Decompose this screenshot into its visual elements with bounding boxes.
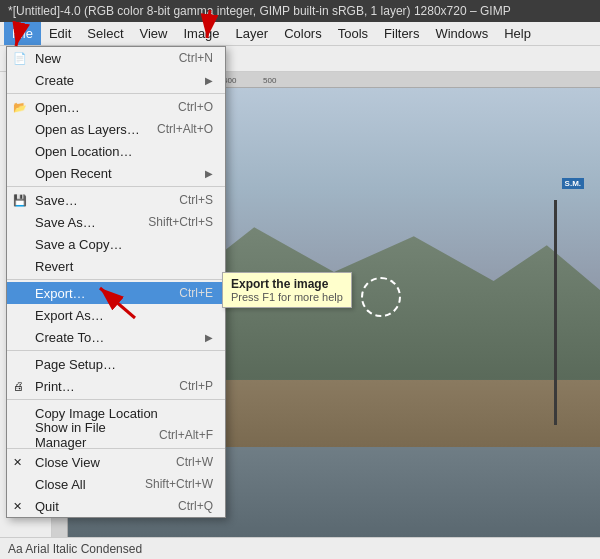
menu-item-quit[interactable]: ✕ Quit Ctrl+Q [7,495,225,517]
separator-1 [7,93,225,94]
menu-item-save-shortcut: Ctrl+S [179,193,213,207]
menu-filters[interactable]: Filters [376,22,427,45]
menu-item-print-shortcut: Ctrl+P [179,379,213,393]
menu-item-save-copy-label: Save a Copy… [35,237,122,252]
save-icon: 💾 [13,194,27,207]
separator-2 [7,186,225,187]
menu-item-page-setup-label: Page Setup… [35,357,116,372]
menu-tools[interactable]: Tools [330,22,376,45]
menu-item-revert-label: Revert [35,259,73,274]
create-arrow: ▶ [205,75,213,86]
menu-item-save-copy[interactable]: Save a Copy… [7,233,225,255]
menu-item-show-file-manager-label: Show in File Manager [35,420,149,450]
menu-item-open-recent-label: Open Recent [35,166,112,181]
menu-item-create-to[interactable]: Create To… ▶ [7,326,225,348]
open-recent-arrow: ▶ [205,168,213,179]
menu-view[interactable]: View [132,22,176,45]
menu-item-quit-shortcut: Ctrl+Q [178,499,213,513]
menu-item-close-view-label: Close View [35,455,100,470]
separator-3 [7,279,225,280]
menu-item-open-layers[interactable]: Open as Layers… Ctrl+Alt+O [7,118,225,140]
menu-item-page-setup[interactable]: Page Setup… [7,353,225,375]
file-dropdown-menu: 📄 New Ctrl+N Create ▶ 📂 Open… Ctrl+O Ope… [6,46,226,518]
menu-colors[interactable]: Colors [276,22,330,45]
menu-item-close-view[interactable]: ✕ Close View Ctrl+W [7,451,225,473]
separator-5 [7,399,225,400]
menu-item-open[interactable]: 📂 Open… Ctrl+O [7,96,225,118]
menu-item-open-layers-shortcut: Ctrl+Alt+O [157,122,213,136]
menu-item-open-location[interactable]: Open Location… [7,140,225,162]
menu-item-print[interactable]: 🖨 Print… Ctrl+P [7,375,225,397]
menu-item-close-all-label: Close All [35,477,86,492]
menu-windows[interactable]: Windows [427,22,496,45]
menu-item-revert[interactable]: Revert [7,255,225,277]
menu-item-close-view-shortcut: Ctrl+W [176,455,213,469]
menu-item-save-as-shortcut: Shift+Ctrl+S [148,215,213,229]
status-bar: Aa Arial Italic Condensed [0,537,600,559]
quit-icon: ✕ [13,500,22,513]
menu-item-open-recent[interactable]: Open Recent ▶ [7,162,225,184]
menu-item-export-label: Export… [35,286,86,301]
menu-item-open-shortcut: Ctrl+O [178,100,213,114]
new-icon: 📄 [13,52,27,65]
menu-item-show-file-manager-shortcut: Ctrl+Alt+F [159,428,213,442]
menu-item-create-to-label: Create To… [35,330,104,345]
print-icon: 🖨 [13,380,24,392]
menu-bar: File Edit Select View Image Layer Colors… [0,22,600,46]
menu-item-save[interactable]: 💾 Save… Ctrl+S [7,189,225,211]
menu-help[interactable]: Help [496,22,539,45]
menu-layer[interactable]: Layer [228,22,277,45]
menu-item-export[interactable]: Export… Ctrl+E [7,282,225,304]
menu-item-new-shortcut: Ctrl+N [179,51,213,65]
menu-item-new[interactable]: 📄 New Ctrl+N [7,47,225,69]
menu-item-export-shortcut: Ctrl+E [179,286,213,300]
menu-item-copy-location-label: Copy Image Location [35,406,158,421]
separator-4 [7,350,225,351]
menu-edit[interactable]: Edit [41,22,79,45]
menu-file[interactable]: File [4,22,41,45]
menu-item-print-label: Print… [35,379,75,394]
create-to-arrow: ▶ [205,332,213,343]
open-icon: 📂 [13,101,27,114]
font-info: Aa Arial Italic Condensed [8,542,142,556]
menu-item-show-file-manager[interactable]: Show in File Manager Ctrl+Alt+F [7,424,225,446]
menu-item-create-label: Create [35,73,74,88]
menu-item-open-label: Open… [35,100,80,115]
title-text: *[Untitled]-4.0 (RGB color 8-bit gamma i… [8,4,511,18]
photo-lamp-post [554,200,557,425]
menu-item-close-all-shortcut: Shift+Ctrl+W [145,477,213,491]
menu-item-export-as-label: Export As… [35,308,104,323]
menu-item-save-label: Save… [35,193,78,208]
menu-item-open-location-label: Open Location… [35,144,133,159]
menu-item-quit-label: Quit [35,499,59,514]
menu-item-save-as[interactable]: Save As… Shift+Ctrl+S [7,211,225,233]
title-bar: *[Untitled]-4.0 (RGB color 8-bit gamma i… [0,0,600,22]
selection-circle [361,277,401,317]
menu-item-create[interactable]: Create ▶ [7,69,225,91]
menu-image[interactable]: Image [175,22,227,45]
menu-item-close-all[interactable]: Close All Shift+Ctrl+W [7,473,225,495]
menu-item-export-as[interactable]: Export As… [7,304,225,326]
photo-sign: S.M. [562,178,584,189]
menu-item-open-layers-label: Open as Layers… [35,122,140,137]
menu-select[interactable]: Select [79,22,131,45]
menu-item-save-as-label: Save As… [35,215,96,230]
menu-item-new-label: New [35,51,61,66]
close-view-icon: ✕ [13,456,22,469]
